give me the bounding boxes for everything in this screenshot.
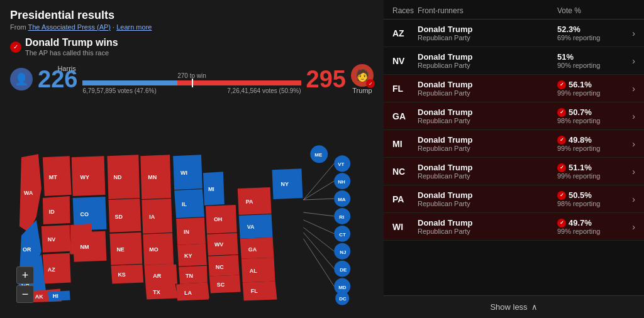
svg-text:WA: WA — [24, 190, 33, 196]
state-tx — [145, 283, 178, 300]
vote-info: ✓50.7% 98% reporting — [557, 107, 620, 124]
race-row-wi[interactable]: WI Donald Trump Republican Party ✓49.7% … — [384, 213, 644, 241]
svg-text:VT: VT — [338, 162, 344, 167]
svg-text:MN: MN — [148, 174, 157, 180]
harris-name: Harris — [57, 65, 75, 72]
state-code: NV — [392, 56, 418, 66]
vote-info: ✓50.5% 98% reporting — [557, 190, 620, 207]
svg-text:ND: ND — [113, 174, 121, 180]
won-check-icon: ✓ — [557, 191, 566, 200]
learn-more-link[interactable]: Learn more — [116, 23, 152, 31]
state-pa — [238, 187, 272, 215]
harris-avatar: 👤 — [10, 68, 33, 90]
race-row-mi[interactable]: MI Donald Trump Republican Party ✓49.8% … — [384, 130, 644, 158]
candidate-party: Republican Party — [418, 228, 557, 235]
zoom-controls: + − — [16, 266, 34, 303]
svg-text:IA: IA — [149, 214, 155, 220]
left-panel: Presidential results From The Associated… — [0, 0, 384, 318]
candidate-party: Republican Party — [418, 34, 557, 41]
candidate-name: Donald Trump — [418, 25, 557, 34]
candidate-info: Donald Trump Republican Party — [418, 25, 557, 41]
trump-score: 🧑 ✓ Trump — [351, 64, 374, 94]
show-less-button[interactable]: Show less ∧ — [384, 295, 644, 318]
harris-score: 👤 — [10, 68, 33, 90]
svg-text:RI: RI — [339, 214, 344, 220]
vote-pct: ✓51.1% — [557, 163, 620, 172]
row-chevron-icon: › — [620, 84, 635, 94]
state-al — [242, 258, 275, 283]
candidate-info: Donald Trump Republican Party — [418, 218, 557, 235]
winner-check-icon: ✓ — [10, 41, 21, 53]
svg-line-56 — [303, 239, 334, 287]
state-il — [174, 189, 204, 218]
candidate-info: Donald Trump Republican Party — [418, 163, 557, 180]
svg-line-51 — [303, 199, 334, 200]
won-check-icon: ✓ — [557, 219, 566, 228]
vote-pct: ✓50.5% — [557, 190, 620, 200]
state-mt — [43, 156, 72, 196]
state-code: NC — [392, 167, 418, 177]
reporting: 98% reporting — [557, 200, 620, 207]
svg-text:KY: KY — [184, 253, 192, 259]
state-nc-map — [208, 255, 240, 277]
svg-text:WY: WY — [80, 174, 89, 180]
trump-votes: 7,26,41,564 votes (50.9%) — [227, 87, 301, 94]
svg-text:AR: AR — [153, 273, 161, 279]
candidate-name: Donald Trump — [418, 107, 557, 117]
state-ky — [177, 244, 207, 266]
state-hi — [48, 291, 70, 302]
state-ne — [109, 233, 142, 265]
svg-text:MD: MD — [338, 285, 347, 290]
table-header: Races Front-runners Vote % — [384, 0, 644, 19]
svg-text:TN: TN — [186, 273, 193, 279]
progress-bar — [82, 80, 301, 85]
state-nd — [107, 155, 140, 199]
svg-text:AL: AL — [250, 268, 257, 274]
row-chevron-icon: › — [620, 28, 635, 38]
state-sd — [108, 199, 141, 233]
ap-link[interactable]: The Associated Press (AP) — [28, 23, 111, 31]
show-less-label: Show less — [490, 302, 527, 312]
map-svg: WA OR CA MT ID NV AZ WY CO UT NM — [10, 99, 374, 309]
svg-text:TX: TX — [153, 289, 160, 295]
candidate-party: Republican Party — [418, 117, 557, 124]
reporting: 99% reporting — [557, 89, 620, 97]
race-row-ga[interactable]: GA Donald Trump Republican Party ✓50.7% … — [384, 102, 644, 130]
col-races: Races — [392, 6, 418, 15]
candidate-info: Donald Trump Republican Party — [418, 80, 557, 97]
votes-row: 6,79,57,895 votes (47.6%) 7,26,41,564 vo… — [82, 87, 301, 94]
svg-text:WI: WI — [180, 170, 187, 176]
zoom-in-button[interactable]: + — [16, 266, 34, 284]
svg-text:VA: VA — [247, 224, 255, 230]
race-row-az[interactable]: AZ Donald Trump Republican Party 52.3% 6… — [384, 19, 644, 47]
race-row-pa[interactable]: PA Donald Trump Republican Party ✓50.5% … — [384, 185, 644, 213]
header-title: Presidential results — [10, 9, 374, 22]
svg-text:MO: MO — [149, 246, 158, 253]
reporting: 99% reporting — [557, 228, 620, 235]
row-chevron-icon: › — [620, 222, 635, 232]
candidate-info: Donald Trump Republican Party — [418, 190, 557, 207]
race-row-fl[interactable]: FL Donald Trump Republican Party ✓56.1% … — [384, 75, 644, 102]
svg-text:LA: LA — [184, 290, 192, 296]
race-row-nc[interactable]: NC Donald Trump Republican Party ✓51.1% … — [384, 158, 644, 185]
state-ar — [145, 265, 177, 285]
state-sc — [209, 275, 241, 293]
race-row-nv[interactable]: NV Donald Trump Republican Party 51% 90%… — [384, 47, 644, 75]
reporting: 99% reporting — [557, 172, 620, 180]
state-az — [43, 253, 71, 284]
state-fl-map — [243, 282, 277, 301]
zoom-out-button[interactable]: − — [16, 285, 34, 303]
row-chevron-icon: › — [620, 56, 635, 66]
svg-text:ID: ID — [49, 209, 55, 215]
winner-text: Donald Trump wins — [25, 37, 118, 48]
winner-badge: ✓ Donald Trump wins The AP has called th… — [10, 37, 374, 57]
vote-pct: ✓49.7% — [557, 218, 620, 228]
state-va — [239, 214, 273, 239]
won-check-icon: ✓ — [557, 163, 566, 172]
vote-info: 52.3% 69% reporting — [557, 25, 620, 41]
state-code: AZ — [392, 28, 418, 38]
svg-text:NC: NC — [216, 264, 224, 270]
candidate-info: Donald Trump Republican Party — [418, 107, 557, 124]
state-in — [176, 217, 206, 245]
reporting: 99% reporting — [557, 145, 620, 152]
